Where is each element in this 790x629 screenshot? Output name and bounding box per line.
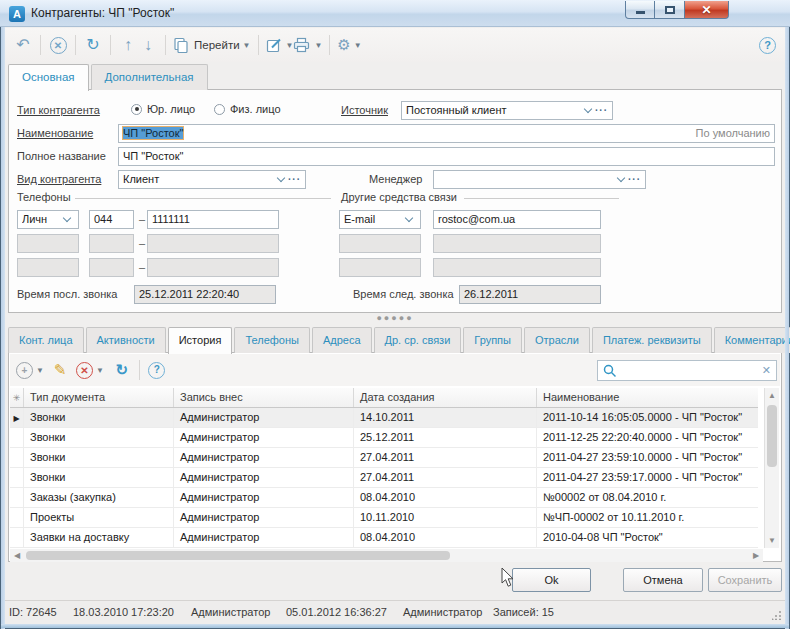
cell-doc-type[interactable]: Заявки на доставку	[24, 528, 174, 547]
cell-author[interactable]: Администратор	[174, 428, 354, 447]
column-header-doc-type[interactable]: Тип документа	[24, 388, 174, 407]
cell-doc-type[interactable]: Звонки	[24, 408, 174, 427]
cell-date[interactable]: 25.12.2011	[354, 428, 537, 447]
chevron-down-icon[interactable]	[63, 214, 71, 222]
cell-date[interactable]: 08.04.2010	[354, 528, 537, 547]
history-search-input[interactable]	[617, 365, 762, 377]
column-header-author[interactable]: Запись внес	[174, 388, 354, 407]
cell-author[interactable]: Администратор	[174, 488, 354, 507]
bottom-tab[interactable]: Телефоны	[234, 327, 310, 353]
back-button[interactable]: ↶	[13, 34, 33, 56]
cell-date[interactable]: 27.04.2011	[354, 448, 537, 467]
contact-value-input[interactable]: rostoc@com.ua	[433, 210, 601, 229]
chevron-down-icon[interactable]	[277, 174, 285, 182]
cell-doc-type[interactable]: Звонки	[24, 428, 174, 447]
type-label[interactable]: Тип контрагента	[17, 101, 100, 120]
cell-author[interactable]: Администратор	[174, 468, 354, 487]
name-label[interactable]: Наименование	[17, 124, 93, 143]
cell-author[interactable]: Администратор	[174, 528, 354, 547]
cell-name[interactable]: №00002 от 08.04.2010 г.	[537, 488, 758, 507]
bottom-tab[interactable]: Платеж. реквизиты	[592, 327, 712, 353]
cell-author[interactable]: Администратор	[174, 448, 354, 467]
cell-doc-type[interactable]: Заказы (закупка)	[24, 488, 174, 507]
maximize-button[interactable]	[655, 1, 685, 19]
fullname-input[interactable]: ЧП "Росток"	[118, 147, 775, 166]
phone-type-combo-3[interactable]	[17, 258, 79, 277]
cell-name[interactable]: 2011-04-27 23:59:10.0000 - ЧП "Росток"	[537, 448, 758, 467]
scroll-down-icon[interactable]: ▼	[765, 533, 779, 548]
name-input[interactable]: По умолчанию ЧП "Росток"	[118, 124, 775, 143]
ok-button[interactable]: Ok	[512, 568, 591, 592]
cell-date[interactable]: 08.04.2010	[354, 488, 537, 507]
cancel-button[interactable]: Отмена	[623, 568, 703, 592]
edit-record-button[interactable]: ✎	[50, 359, 70, 381]
cell-doc-type[interactable]: Звонки	[24, 448, 174, 467]
cell-doc-type[interactable]: Звонки	[24, 468, 174, 487]
cell-name[interactable]: №ЧП-00002 от 10.11.2010 г.	[537, 508, 758, 527]
phone-type-combo-2[interactable]	[17, 234, 79, 253]
cell-name[interactable]: 2011-04-27 23:59:17.0000 - ЧП "Росток"	[537, 468, 758, 487]
grid-help-button[interactable]: ?	[147, 359, 167, 381]
horizontal-scrollbar[interactable]: ◀ ▶	[10, 549, 763, 562]
table-row[interactable]: ▶ Звонки Администратор 14.10.2011 2011-1…	[10, 408, 758, 428]
bottom-tab[interactable]: Отрасли	[524, 327, 590, 353]
kind-label[interactable]: Вид контрагента	[17, 170, 101, 189]
delete-record-button[interactable]: ✕ ▼	[76, 359, 104, 381]
chevron-down-icon[interactable]	[405, 214, 413, 222]
move-down-button[interactable]: ↓	[138, 34, 158, 56]
kind-ellipsis-button[interactable]: ···	[288, 171, 301, 188]
cell-date[interactable]: 27.04.2011	[354, 468, 537, 487]
cell-name[interactable]: 2010-04-08 ЧП "Росток"	[537, 528, 758, 547]
cell-date[interactable]: 10.11.2010	[354, 508, 537, 527]
contact-value-input-3[interactable]	[433, 258, 601, 277]
table-row[interactable]: Звонки Администратор 27.04.2011 2011-04-…	[10, 468, 758, 488]
contact-value-input-2[interactable]	[433, 234, 601, 253]
phone-number-input[interactable]: 1111111	[147, 210, 279, 229]
phone-number-input-2[interactable]	[147, 234, 279, 253]
vertical-scroll-thumb[interactable]	[767, 405, 777, 467]
column-header-name[interactable]: Наименование	[537, 388, 758, 407]
move-up-button[interactable]: ↑	[118, 34, 138, 56]
cell-name[interactable]: 2011-10-14 16:05:05.0000 - ЧП "Росток"	[537, 408, 758, 427]
settings-menu-button[interactable]: ⚙ ▼	[337, 34, 361, 56]
bottom-tab[interactable]: Комментарии	[714, 327, 790, 353]
kind-combo[interactable]: Клиент ···	[118, 170, 306, 189]
bottom-tab[interactable]: Др. ср. связи	[374, 327, 462, 353]
table-row[interactable]: Заказы (закупка) Администратор 08.04.201…	[10, 488, 758, 508]
print-menu-button[interactable]: ▼	[293, 34, 322, 56]
scroll-up-icon[interactable]: ▲	[765, 388, 779, 403]
tab-additional[interactable]: Дополнительная	[91, 64, 208, 90]
close-button[interactable]: ✕	[685, 1, 729, 19]
goto-button[interactable]: Перейти ▼	[173, 34, 251, 56]
table-row[interactable]: Проекты Администратор 10.11.2010 №ЧП-000…	[10, 508, 758, 528]
source-label[interactable]: Источник	[341, 101, 388, 120]
marker-column-header[interactable]: ✳	[10, 388, 24, 407]
manager-combo[interactable]: ···	[433, 170, 646, 189]
edit-menu-button[interactable]: ▼	[266, 34, 294, 56]
radio-individual[interactable]: Физ. лицо	[214, 103, 281, 115]
cancel-record-button[interactable]: ✕	[48, 34, 68, 56]
contact-type-combo-3[interactable]	[339, 258, 421, 277]
bottom-tab[interactable]: Конт. лица	[8, 327, 84, 353]
table-row[interactable]: Заявки на доставку Администратор 08.04.2…	[10, 528, 758, 548]
cell-author[interactable]: Администратор	[174, 508, 354, 527]
cell-author[interactable]: Администратор	[174, 408, 354, 427]
manager-ellipsis-button[interactable]: ···	[628, 171, 641, 188]
table-row[interactable]: Звонки Администратор 25.12.2011 2011-12-…	[10, 428, 758, 448]
panel-splitter[interactable]: ●●●●●	[0, 312, 790, 324]
resize-grip[interactable]	[772, 610, 782, 620]
cell-date[interactable]: 14.10.2011	[354, 408, 537, 427]
bottom-tab[interactable]: Адреса	[312, 327, 372, 353]
phone-code-input[interactable]: 044	[89, 210, 134, 229]
column-header-date[interactable]: Дата создания	[354, 388, 537, 407]
contact-type-combo[interactable]: E-mail	[339, 210, 421, 229]
phone-type-combo[interactable]: Личн	[17, 210, 79, 229]
minimize-button[interactable]	[625, 1, 655, 19]
tab-main[interactable]: Основная	[8, 64, 89, 91]
bottom-tab[interactable]: Активности	[86, 327, 166, 353]
horizontal-scroll-thumb[interactable]	[26, 551, 450, 560]
source-combo[interactable]: Постоянный клиент ···	[401, 101, 613, 120]
add-record-button[interactable]: + ▼	[16, 359, 44, 381]
clear-search-icon[interactable]: ✕	[762, 364, 771, 377]
cell-name[interactable]: 2011-12-25 22:20:40.0000 - ЧП "Росток"	[537, 428, 758, 447]
